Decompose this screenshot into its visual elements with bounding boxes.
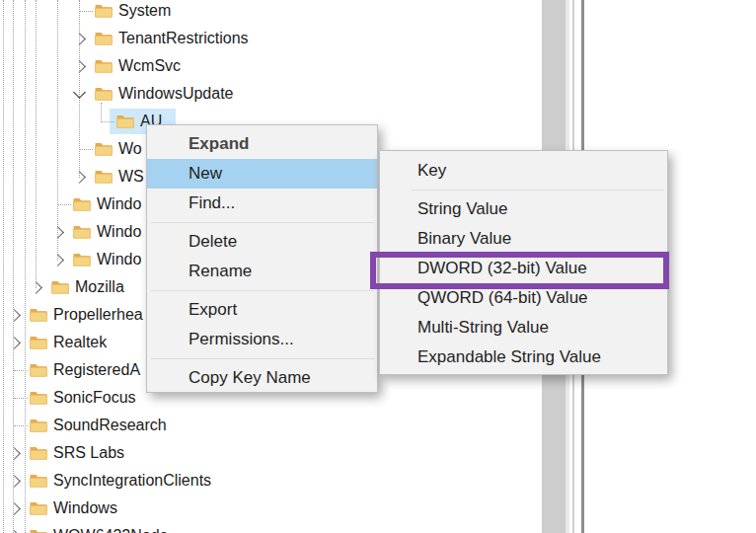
chevron-right-icon[interactable] bbox=[8, 447, 21, 460]
tree-item-label: System bbox=[118, 2, 171, 20]
folder-icon bbox=[30, 528, 47, 533]
tree-item-label: Windows bbox=[53, 499, 117, 517]
tree-connector-line bbox=[14, 425, 28, 426]
tree-item-label: Windo bbox=[97, 195, 141, 213]
registry-editor-window: SystemTenantRestrictionsWcmSvcWindowsUpd… bbox=[0, 0, 756, 533]
tree-item-wcmsvc[interactable]: WcmSvc bbox=[0, 52, 542, 80]
folder-icon bbox=[30, 307, 47, 326]
menu-item-copy-key-name[interactable]: Copy Key Name bbox=[147, 363, 377, 393]
folder-icon bbox=[30, 445, 47, 464]
chevron-right-icon[interactable] bbox=[8, 337, 21, 349]
tree-item-label: Wo bbox=[118, 140, 142, 158]
chevron-right-icon[interactable] bbox=[51, 226, 64, 239]
folder-icon bbox=[73, 252, 91, 270]
menu-item-permissions[interactable]: Permissions... bbox=[147, 325, 377, 354]
tree-item-windows[interactable]: Windows bbox=[0, 495, 542, 522]
tree-item-label: SoundResearch bbox=[53, 417, 167, 434]
submenu-item-string-value[interactable]: String Value bbox=[380, 194, 667, 224]
tree-item-label: Windo bbox=[97, 223, 141, 241]
tree-item-label: SyncIntegrationClients bbox=[53, 472, 211, 490]
menu-separator bbox=[380, 186, 667, 194]
menu-item-export[interactable]: Export bbox=[147, 295, 377, 325]
submenu-item-multi-string-value[interactable]: Multi-String Value bbox=[380, 313, 667, 343]
folder-icon bbox=[95, 31, 113, 49]
chevron-down-icon[interactable] bbox=[73, 86, 86, 99]
annotation-highlight-box bbox=[370, 252, 669, 289]
tree-item-label: SonicFocus bbox=[53, 389, 136, 407]
folder-icon bbox=[30, 473, 47, 492]
tree-item-label: Propellerhea bbox=[53, 306, 143, 324]
folder-icon bbox=[95, 141, 113, 160]
tree-item-soundresearch[interactable]: SoundResearch bbox=[0, 412, 542, 439]
menu-separator bbox=[147, 218, 377, 227]
menu-separator bbox=[147, 354, 377, 363]
folder-icon bbox=[95, 169, 113, 188]
tree-item-label: WOW6432Node bbox=[53, 527, 169, 533]
tree-connector-line bbox=[57, 204, 71, 205]
tree-item-syncintegrationclients[interactable]: SyncIntegrationClients bbox=[0, 467, 542, 495]
tree-connector-line bbox=[14, 398, 28, 399]
tree-item-wow6432node[interactable]: WOW6432Node bbox=[0, 522, 542, 533]
tree-item-srs-labs[interactable]: SRS Labs bbox=[0, 439, 542, 467]
tree-connector-line bbox=[14, 370, 28, 371]
folder-icon bbox=[30, 362, 47, 381]
submenu-item-expandable-string-value[interactable]: Expandable String Value bbox=[380, 343, 667, 372]
tree-item-label: WS bbox=[118, 168, 144, 186]
folder-icon bbox=[30, 390, 47, 409]
folder-icon bbox=[73, 224, 91, 243]
submenu-item-key[interactable]: Key bbox=[380, 156, 667, 186]
menu-item-delete[interactable]: Delete bbox=[147, 227, 377, 257]
tree-item-windowsupdate[interactable]: WindowsUpdate bbox=[0, 80, 542, 108]
chevron-right-icon[interactable] bbox=[73, 171, 86, 184]
menu-item-expand[interactable]: Expand bbox=[147, 129, 377, 159]
chevron-right-icon[interactable] bbox=[73, 60, 86, 73]
context-menu: ExpandNewFind...DeleteRenameExportPermis… bbox=[146, 124, 378, 393]
chevron-right-icon[interactable] bbox=[51, 254, 64, 266]
folder-icon bbox=[30, 335, 47, 353]
tree-item-label: SRS Labs bbox=[53, 444, 124, 462]
tree-item-label: WindowsUpdate bbox=[118, 85, 234, 103]
submenu-item-binary-value[interactable]: Binary Value bbox=[380, 224, 667, 254]
tree-item-label: Windo bbox=[97, 251, 141, 268]
folder-icon bbox=[73, 196, 91, 215]
chevron-right-icon[interactable] bbox=[8, 309, 21, 322]
chevron-right-icon[interactable] bbox=[8, 475, 21, 488]
folder-icon bbox=[30, 500, 47, 519]
tree-connector-line bbox=[79, 11, 93, 12]
folder-icon bbox=[95, 86, 113, 105]
tree-item-label: WcmSvc bbox=[118, 57, 181, 75]
chevron-right-icon[interactable] bbox=[30, 281, 42, 294]
folder-icon bbox=[30, 418, 47, 436]
tree-connector-line bbox=[101, 121, 114, 122]
folder-icon bbox=[95, 3, 113, 22]
menu-separator bbox=[147, 286, 377, 295]
tree-connector-line bbox=[79, 149, 93, 150]
tree-item-tenantrestrictions[interactable]: TenantRestrictions bbox=[0, 25, 542, 52]
folder-icon bbox=[116, 114, 134, 132]
folder-icon bbox=[95, 58, 113, 77]
tree-item-label: TenantRestrictions bbox=[118, 30, 249, 47]
menu-item-new[interactable]: New bbox=[147, 159, 377, 189]
tree-item-system[interactable]: System bbox=[0, 0, 542, 25]
chevron-right-icon[interactable] bbox=[73, 33, 86, 45]
folder-icon bbox=[51, 279, 69, 298]
menu-item-rename[interactable]: Rename bbox=[147, 257, 377, 286]
tree-item-label: Realtek bbox=[53, 334, 107, 351]
tree-item-label: Mozilla bbox=[75, 278, 124, 296]
chevron-right-icon[interactable] bbox=[8, 502, 21, 515]
menu-item-find[interactable]: Find... bbox=[147, 189, 377, 218]
tree-item-label: RegisteredA bbox=[53, 361, 140, 379]
